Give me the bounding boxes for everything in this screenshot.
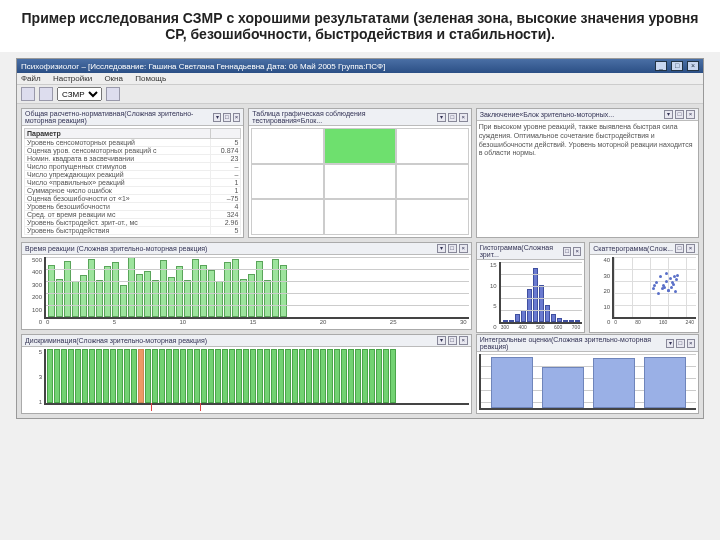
bar (176, 266, 183, 317)
stripe (292, 349, 298, 403)
stripe (222, 349, 228, 403)
pane-close-button[interactable]: × (233, 113, 241, 122)
pane-max-button[interactable]: □ (448, 336, 457, 345)
scatter-point (657, 292, 660, 295)
bar (112, 262, 119, 317)
menu-windows[interactable]: Окна (104, 74, 123, 83)
bar (144, 271, 151, 317)
y-axis: 403020100 (592, 257, 610, 325)
minimize-button[interactable]: _ (655, 61, 667, 71)
y-axis: 5004003002001000 (24, 257, 42, 325)
pane-title: Время реакции (Сложная зрительно-моторна… (25, 245, 207, 252)
tool-icon[interactable] (39, 87, 53, 101)
traffic-cell-on (324, 128, 396, 164)
pane-min-button[interactable]: ▾ (664, 110, 673, 119)
pane-close-button[interactable]: × (459, 336, 468, 345)
close-button[interactable]: × (687, 61, 699, 71)
pane-title: Гистограмма(Сложная зрит... (480, 244, 561, 258)
scatter-point (653, 284, 656, 287)
stripe (180, 349, 186, 403)
bar (80, 275, 87, 317)
pane-max-button[interactable]: □ (448, 113, 457, 122)
bar (48, 265, 55, 317)
bar (152, 280, 159, 317)
bar (200, 265, 207, 317)
histogram-chart (499, 262, 583, 324)
bar (551, 314, 556, 322)
tool-icon[interactable] (106, 87, 120, 101)
pane-max-button[interactable]: □ (675, 244, 684, 253)
menu-help[interactable]: Помощь (135, 74, 166, 83)
bar (509, 320, 514, 322)
bar (64, 261, 71, 317)
pane-close-button[interactable]: × (459, 113, 468, 122)
scatter-point (669, 277, 672, 280)
time-bars-chart (44, 257, 469, 319)
stripe (327, 349, 333, 403)
stripe (369, 349, 375, 403)
pane-close-button[interactable]: × (686, 110, 695, 119)
table-row: Уровень быстродейст. зрит-от., мс2.96 (25, 219, 241, 227)
stripe (299, 349, 305, 403)
pane-max-button[interactable]: □ (675, 110, 684, 119)
stripe (103, 349, 109, 403)
pane-min-button[interactable]: ▾ (666, 339, 674, 348)
stripe (208, 349, 214, 403)
scatter-point (652, 287, 655, 290)
bar (104, 266, 111, 317)
bar (280, 265, 287, 317)
menu-settings[interactable]: Настройки (53, 74, 92, 83)
pane-min-button[interactable]: ▾ (437, 336, 446, 345)
bar (557, 318, 562, 322)
pane-close-button[interactable]: × (687, 339, 695, 348)
table-row: Сред. от время реакции мс324 (25, 211, 241, 219)
pane-max-button[interactable]: □ (563, 247, 571, 256)
bar (128, 257, 135, 317)
stripe (341, 349, 347, 403)
bar (216, 281, 223, 317)
maximize-button[interactable]: □ (671, 61, 683, 71)
scatter-point (670, 286, 673, 289)
stripe (383, 349, 389, 403)
scatter-chart (612, 257, 696, 319)
stripe (243, 349, 249, 403)
stripe (257, 349, 263, 403)
bar (272, 259, 279, 317)
test-select[interactable]: СЗМР (57, 87, 102, 101)
stripe (110, 349, 116, 403)
bar (521, 310, 526, 322)
pane-close-button[interactable]: × (686, 244, 695, 253)
bar (515, 314, 520, 322)
tool-icon[interactable] (21, 87, 35, 101)
pane-min-button[interactable]: ▾ (437, 244, 446, 253)
pane-max-button[interactable]: □ (676, 339, 684, 348)
pane-min-button[interactable]: ▾ (213, 113, 221, 122)
pane-close-button[interactable]: × (459, 244, 468, 253)
pane-max-button[interactable]: □ (223, 113, 231, 122)
bar (545, 305, 550, 322)
stripe (320, 349, 326, 403)
pane-title: Дискриминация(Сложная зрительно-моторная… (25, 337, 207, 344)
menu-file[interactable]: Файл (21, 74, 41, 83)
y-axis: 531 (24, 349, 42, 405)
stripe (187, 349, 193, 403)
pane-max-button[interactable]: □ (448, 244, 457, 253)
bar (136, 274, 143, 317)
scatter-point (673, 275, 676, 278)
bar (240, 279, 247, 317)
table-row: Номин. квадрата в засвечивании23 (25, 155, 241, 163)
integral-labels: Уровень СРБезошибочностьБыстродействиеСт… (479, 410, 696, 413)
dashboard: Общая расчетно-нормативная(Сложная зрите… (17, 104, 703, 418)
stripe (215, 349, 221, 403)
pane-min-button[interactable]: ▾ (437, 113, 446, 122)
histogram-pane: Гистограмма(Сложная зрит...□× 151050 300… (476, 242, 586, 333)
bar (88, 259, 95, 317)
stripe (334, 349, 340, 403)
integral-bar (593, 358, 635, 408)
stripe (131, 349, 137, 403)
bar (264, 280, 271, 317)
table-row: Число упреждающих реакций– (25, 171, 241, 179)
bar (56, 279, 63, 317)
y-axis: 151050 (479, 262, 497, 330)
pane-close-button[interactable]: × (573, 247, 581, 256)
